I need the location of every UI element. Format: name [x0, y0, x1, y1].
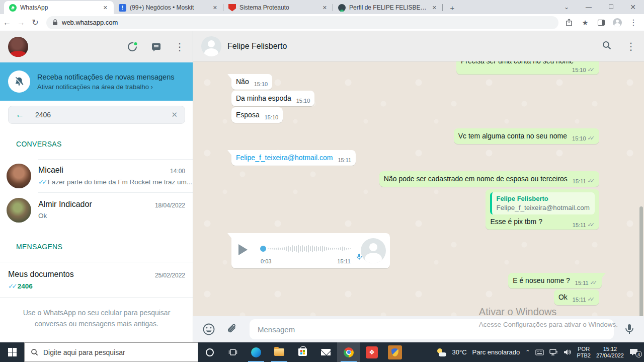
restore-button[interactable] — [600, 4, 622, 11]
browser-menu-icon[interactable]: ⋮ — [627, 16, 640, 29]
message-bubble[interactable]: Não pode ser cadastrado em nome de espos… — [379, 171, 599, 187]
browser-tab[interactable]: WhatsApp✕ — [4, 1, 114, 14]
clear-search-icon[interactable]: ✕ — [171, 110, 178, 119]
status-icon[interactable] — [127, 41, 138, 52]
message-text: Ok — [558, 293, 568, 301]
message-composer: Mensagem — [193, 316, 644, 342]
my-profile-avatar[interactable] — [8, 37, 28, 57]
sidebar: ⋮ Receba notificações de novas mensagens… — [0, 31, 193, 342]
bookmark-star-icon[interactable]: ★ — [579, 16, 592, 29]
chat-avatar[interactable] — [7, 164, 31, 188]
voice-waveform[interactable] — [260, 242, 354, 257]
tab-close-icon[interactable]: ✕ — [101, 4, 110, 12]
action-center-button[interactable]: 4 — [629, 348, 641, 356]
browser-tab[interactable]: Sistema Proteauto✕ — [223, 1, 333, 14]
voice-record-mic-icon[interactable] — [624, 323, 635, 335]
touch-keyboard-icon[interactable] — [535, 349, 544, 355]
chat-search-icon[interactable] — [602, 40, 612, 52]
chat-menu-icon[interactable]: ⋮ — [626, 40, 636, 52]
tab-close-icon[interactable]: ✕ — [320, 4, 329, 12]
chat-list-item[interactable]: Micaeli14:00✓✓Fazer parte do time da Fm … — [0, 164, 193, 192]
browser-profile-avatar[interactable] — [611, 16, 624, 29]
sidebar-menu-icon[interactable]: ⋮ — [175, 41, 185, 53]
network-icon[interactable] — [549, 349, 558, 355]
taskbar-moskit-button[interactable]: ❖ — [360, 342, 383, 362]
voice-message-bubble[interactable]: 0:0315:11 — [231, 233, 390, 268]
clock[interactable]: 15:1227/04/2022 — [596, 346, 624, 359]
message-bubble[interactable]: Precisa ser uma conta no seu nome15:10✓✓ — [456, 61, 599, 75]
message-link-text[interactable]: Felipe_f_teixeira@hotmail.com — [236, 154, 333, 162]
message-bubble[interactable]: Da minha espoda15:10 — [231, 91, 314, 106]
back-button[interactable]: ← — [0, 18, 14, 27]
message-time: 15:10 — [265, 114, 279, 120]
chat-list-item[interactable]: Meus documentos25/02/2022✓✓2406 — [0, 268, 193, 296]
tab-title: (99+) Negócios • Moskit — [130, 4, 211, 11]
taskbar-proteauto-button[interactable] — [383, 342, 407, 362]
message-input[interactable]: Mensagem — [250, 319, 614, 339]
search-input[interactable]: ← 2406 ✕ — [8, 106, 185, 124]
chat-time: 18/04/2022 — [155, 202, 185, 209]
taskbar-task-view-button[interactable] — [221, 342, 245, 362]
chat-avatar[interactable] — [7, 198, 31, 223]
proteauto-icon — [228, 4, 236, 12]
tab-close-icon[interactable]: ✕ — [430, 4, 439, 12]
weather-condition[interactable]: Parc ensolarado — [472, 348, 520, 356]
chat-header[interactable]: Felipe Felisberto ⋮ — [193, 31, 644, 61]
share-icon[interactable] — [562, 16, 576, 29]
double-check-icon: ✓✓ — [8, 282, 18, 290]
emoji-icon[interactable] — [202, 323, 215, 336]
message-time: 15:11 — [573, 222, 586, 228]
chat-scrollbar[interactable] — [639, 206, 643, 316]
whatsapp-web-app: ⋮ Receba notificações de novas mensagens… — [0, 31, 644, 342]
message-meta: 15:11✓✓ — [573, 178, 595, 184]
url-bar[interactable]: web.whatsapp.com — [46, 16, 558, 29]
taskbar-search[interactable]: Digite aqui para pesquisar — [24, 342, 198, 362]
start-button[interactable] — [0, 342, 24, 362]
search-row: ← 2406 ✕ — [0, 101, 193, 129]
play-icon[interactable] — [238, 244, 248, 255]
taskbar-explorer-button[interactable] — [268, 342, 291, 362]
taskbar-mail-button[interactable] — [314, 342, 337, 362]
tab-close-icon[interactable]: ✕ — [211, 4, 219, 12]
message-bubble[interactable]: Felipe_f_teixeira@hotmail.com15:11 — [231, 150, 356, 166]
message-bubble[interactable]: E é noseu nome ?15:11✓✓ — [508, 273, 602, 288]
taskbar-cortana-button[interactable] — [198, 342, 221, 362]
forward-button[interactable]: → — [14, 18, 28, 27]
contact-avatar[interactable] — [201, 36, 221, 56]
chat-name: Meus documentos — [8, 270, 74, 279]
message-meta: 15:10✓✓ — [572, 66, 595, 73]
language-indicator[interactable]: PORPTB2 — [577, 346, 591, 359]
chrome-menu-chevron-icon[interactable]: ⌄ — [555, 4, 578, 11]
close-window-button[interactable]: ✕ — [622, 3, 644, 11]
volume-icon[interactable] — [564, 349, 571, 355]
mic-overlay-icon — [356, 252, 363, 263]
tray-expand-chevron-icon[interactable]: ⌃ — [525, 349, 530, 355]
browser-tab[interactable]: Perfil de FELIPE FELISBERTO✕ — [333, 1, 443, 14]
notifications-banner[interactable]: Receba notificações de novas mensagens A… — [0, 62, 193, 101]
weather-temp[interactable]: 30°C — [452, 348, 466, 356]
message-bubble[interactable]: Ok15:11✓✓ — [554, 289, 599, 305]
message-bubble[interactable]: Vc tem alguma conta no seu nome15:10✓✓ — [454, 128, 599, 144]
taskbar-store-button[interactable] — [291, 342, 314, 362]
browser-tab[interactable]: !(99+) Negócios • Moskit✕ — [114, 1, 223, 14]
new-tab-button[interactable]: + — [446, 1, 459, 14]
attach-icon[interactable] — [226, 323, 238, 335]
weather-icon[interactable] — [436, 348, 446, 356]
taskbar-chrome-button[interactable] — [337, 342, 360, 362]
minimize-button[interactable]: — — [578, 4, 600, 11]
message-bubble[interactable]: Esposa15:10 — [231, 107, 283, 123]
message-bubble[interactable]: Não15:10 — [231, 74, 272, 90]
side-panel-icon[interactable] — [595, 16, 608, 29]
search-back-icon[interactable]: ← — [16, 110, 24, 120]
new-chat-icon[interactable] — [151, 42, 162, 52]
taskbar-edge-button[interactable] — [245, 342, 268, 362]
contact-name: Felipe Felisberto — [227, 42, 287, 51]
double-check-icon: ✓✓ — [588, 178, 595, 184]
message-bubble[interactable]: Felipe FelisbertoFelipe_f_teixeira@hotma… — [486, 189, 599, 230]
reload-button[interactable]: ↻ — [28, 18, 42, 27]
quoted-message[interactable]: Felipe FelisbertoFelipe_f_teixeira@hotma… — [490, 192, 595, 214]
notification-badge: 4 — [635, 351, 642, 357]
chat-list-item[interactable]: Almir Indicador18/04/2022Ok — [0, 198, 193, 226]
message-time: 15:11 — [573, 178, 586, 184]
chat-pane: Felipe Felisberto ⋮ Precisa ser uma cont… — [193, 31, 644, 342]
